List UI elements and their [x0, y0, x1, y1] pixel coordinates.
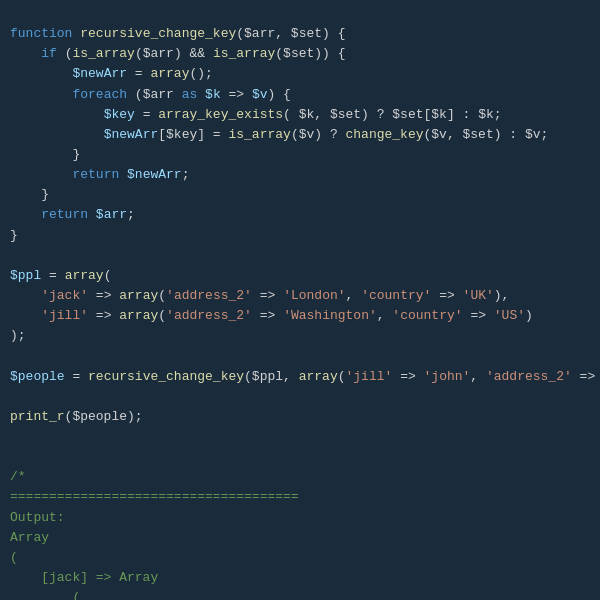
code-content: function recursive_change_key($arr, $set…: [10, 4, 590, 600]
code-editor: function recursive_change_key($arr, $set…: [0, 0, 600, 600]
